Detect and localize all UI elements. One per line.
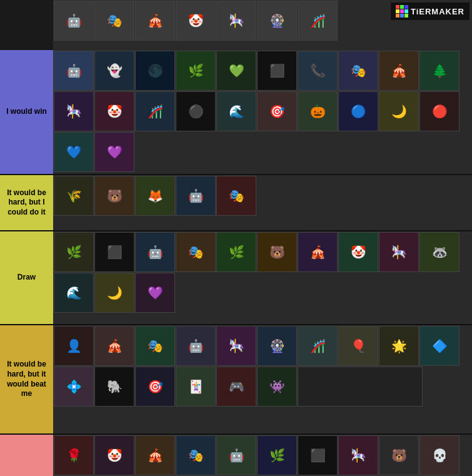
char-hb-14: 🃏 bbox=[176, 367, 216, 407]
header-images: 🤖 🎭 🎪 🤡 🎠 🎡 🎢 TiER bbox=[53, 0, 472, 50]
char-d-9: 🐻 bbox=[379, 435, 419, 475]
char-hb-10: 🔷 bbox=[419, 326, 459, 366]
tier-images-destroyed: 🌹 🤡 🎪 🎭 🤖 🌿 ⬛ 🎠 🐻 💀 🌑 👁️ 🦷 🔮 🎃 🕷️ 🦴 👿 🌪️… bbox=[53, 435, 472, 476]
char-draw-2: ⬛ bbox=[94, 232, 134, 272]
tier-list: 🤖 🎭 🎪 🤡 🎠 🎡 🎢 TiER bbox=[0, 0, 472, 476]
char-win-10: 🌲 bbox=[419, 51, 459, 91]
char-win-22: 💜 bbox=[94, 132, 134, 172]
char-d-2: 🤡 bbox=[94, 435, 134, 475]
tier-images-win: 🤖 👻 🌑 🌿 💚 ⬛ 📞 🎭 🎪 🌲 🎠 🤡 🎢 ⚫ 🌊 🎯 🎃 🔵 🌙 🔴 … bbox=[53, 50, 472, 174]
char-draw-11: 🌊 bbox=[54, 273, 94, 313]
header-left-spacer bbox=[0, 0, 53, 50]
char-d-10: 💀 bbox=[419, 435, 459, 475]
char-win-16: 🎯 bbox=[257, 91, 297, 131]
char-win-14: ⚫ bbox=[176, 91, 216, 131]
char-d-1: 🌹 bbox=[54, 435, 94, 475]
tier-row-draw: Draw 🌿 ⬛ 🤖 🎭 🌿 🐻 🎪 🤡 🎠 🦝 🌊 🌙 💜 bbox=[0, 231, 472, 325]
char-hb-11: 💠 bbox=[54, 367, 94, 407]
char-draw-6: 🐻 bbox=[257, 232, 297, 272]
char-win-19: 🌙 bbox=[379, 91, 419, 131]
logo-cell-5 bbox=[400, 9, 404, 13]
tier-row-win: I would win 🤖 👻 🌑 🌿 💚 ⬛ 📞 🎭 🎪 🌲 🎠 🤡 🎢 ⚫ … bbox=[0, 50, 472, 175]
char-hc-2: 🐻 bbox=[94, 176, 134, 216]
char-hb-15: 🎮 bbox=[216, 367, 256, 407]
char-header-4: 🤡 bbox=[176, 1, 216, 41]
char-d-5: 🤖 bbox=[216, 435, 256, 475]
char-win-8: 🎭 bbox=[338, 51, 378, 91]
char-draw-1: 🌿 bbox=[54, 232, 94, 272]
tier-row-hard-beat: It would be hard, but it would beat me 👤… bbox=[0, 325, 472, 435]
tier-label-hard-could: It would be hard, but I could do it bbox=[0, 175, 53, 230]
char-hc-5: 🎭 bbox=[216, 176, 256, 216]
char-win-21: 💙 bbox=[54, 132, 94, 172]
char-win-18: 🔵 bbox=[338, 91, 378, 131]
char-hb-9: 🌟 bbox=[379, 326, 419, 366]
tier-label-win: I would win bbox=[0, 50, 53, 174]
char-hb-12: 🐘 bbox=[94, 367, 134, 407]
char-draw-5: 🌿 bbox=[216, 232, 256, 272]
tier-label-hard-beat: It would be hard, but it would beat me bbox=[0, 325, 53, 433]
char-win-11: 🎠 bbox=[54, 91, 94, 131]
logo-cell-9 bbox=[404, 14, 408, 18]
char-win-17: 🎃 bbox=[298, 91, 338, 131]
tier-label-destroyed: I get destroyed bbox=[0, 435, 53, 476]
char-hb-3: 🎭 bbox=[135, 326, 175, 366]
tiermaker-logo: TiERMAKER bbox=[391, 3, 469, 20]
char-draw-7: 🎪 bbox=[298, 232, 338, 272]
char-win-1: 🤖 bbox=[54, 51, 94, 91]
char-draw-3: 🤖 bbox=[135, 232, 175, 272]
char-d-4: 🎭 bbox=[176, 435, 216, 475]
logo-cell-7 bbox=[396, 14, 399, 18]
char-win-3: 🌑 bbox=[135, 51, 175, 91]
char-hc-1: 🌾 bbox=[54, 176, 94, 216]
char-d-3: 🎪 bbox=[135, 435, 175, 475]
char-d-6: 🌿 bbox=[257, 435, 297, 475]
char-hb-8: 🎈 bbox=[338, 326, 378, 366]
char-hc-3: 🦊 bbox=[135, 176, 175, 216]
char-hb-4: 🤖 bbox=[176, 326, 216, 366]
char-d-8: 🎠 bbox=[338, 435, 378, 475]
char-hb-16: 👾 bbox=[257, 367, 297, 407]
char-header-2: 🎭 bbox=[94, 1, 134, 41]
char-header-1: 🤖 bbox=[54, 1, 94, 41]
char-draw-9: 🎠 bbox=[379, 232, 419, 272]
char-header-3: 🎪 bbox=[135, 1, 175, 41]
char-win-15: 🌊 bbox=[216, 91, 256, 131]
char-hb-5: 🎠 bbox=[216, 326, 256, 366]
tier-images-hard-beat: 👤 🎪 🎭 🤖 🎠 🎡 🎢 🎈 🌟 🔷 💠 🐘 🎯 🃏 🎮 👾 bbox=[53, 325, 472, 433]
logo-cell-3 bbox=[404, 5, 408, 9]
char-draw-4: 🎭 bbox=[176, 232, 216, 272]
char-hb-7: 🎢 bbox=[298, 326, 338, 366]
char-hb-13: 🎯 bbox=[135, 367, 175, 407]
char-hb-1: 👤 bbox=[54, 326, 94, 366]
char-hc-4: 🤖 bbox=[176, 176, 216, 216]
char-win-9: 🎪 bbox=[379, 51, 419, 91]
tier-row-destroyed: I get destroyed 🌹 🤡 🎪 🎭 🤖 🌿 ⬛ 🎠 🐻 💀 🌑 👁️… bbox=[0, 435, 472, 476]
char-win-5: 💚 bbox=[216, 51, 256, 91]
char-win-13: 🎢 bbox=[135, 91, 175, 131]
char-d-7: ⬛ bbox=[298, 435, 338, 475]
char-header-7: 🎢 bbox=[298, 1, 338, 41]
char-hb-6: 🎡 bbox=[257, 326, 297, 366]
logo-cell-1 bbox=[396, 5, 399, 9]
logo-cell-8 bbox=[400, 14, 404, 18]
char-win-20: 🔴 bbox=[419, 91, 459, 131]
char-header-6: 🎡 bbox=[257, 1, 297, 41]
header-row: 🤖 🎭 🎪 🤡 🎠 🎡 🎢 TiER bbox=[0, 0, 472, 50]
char-win-4: 🌿 bbox=[176, 51, 216, 91]
tier-label-draw: Draw bbox=[0, 231, 53, 324]
tiermaker-text: TiERMAKER bbox=[411, 7, 464, 16]
tier-images-draw: 🌿 ⬛ 🤖 🎭 🌿 🐻 🎪 🤡 🎠 🦝 🌊 🌙 💜 bbox=[53, 231, 472, 324]
char-draw-12: 🌙 bbox=[94, 273, 134, 313]
char-win-2: 👻 bbox=[94, 51, 134, 91]
char-draw-13: 💜 bbox=[135, 273, 175, 313]
logo-cell-6 bbox=[404, 9, 408, 13]
logo-grid bbox=[396, 5, 408, 18]
char-win-6: ⬛ bbox=[257, 51, 297, 91]
logo-cell-2 bbox=[400, 5, 404, 9]
char-draw-10: 🦝 bbox=[419, 232, 459, 272]
char-hb-2: 🎪 bbox=[94, 326, 134, 366]
char-draw-8: 🤡 bbox=[338, 232, 378, 272]
char-win-12: 🤡 bbox=[94, 91, 134, 131]
char-header-5: 🎠 bbox=[216, 1, 256, 41]
